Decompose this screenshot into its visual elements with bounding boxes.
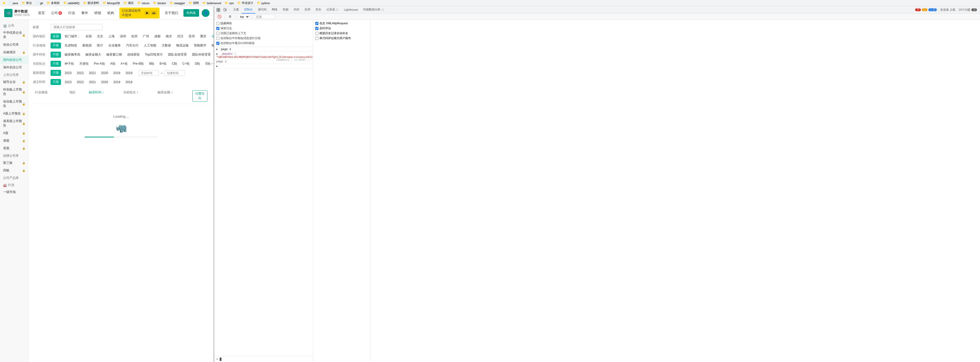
invest-2021[interactable]: 2021 <box>87 70 97 76</box>
feature-active-tag[interactable]: 不限 <box>51 52 61 57</box>
sidebar-item-ashare-notice[interactable]: A股上市预告 🔒 <box>0 110 29 117</box>
dt-tab-lighthouse[interactable]: Lighthouse <box>341 6 361 14</box>
round-seed[interactable]: 种子轮 <box>63 61 76 67</box>
invest-active-tag[interactable]: 不限 <box>51 70 61 76</box>
check-autocomplete-input[interactable] <box>315 32 318 35</box>
sidebar-item-domestic[interactable]: 国内创业公司 <box>0 56 29 64</box>
found-2022[interactable]: 2022 <box>75 80 86 85</box>
sidebar-item-fourboard[interactable]: 四板 🔒 <box>0 167 29 174</box>
sidebar-item-overseas[interactable]: 海外创业公司 <box>0 64 29 71</box>
sidebar-item-guidance[interactable]: 辅导企业 🔒 <box>0 78 29 86</box>
invest-2018[interactable]: 2018 <box>124 70 134 76</box>
ind-advanced[interactable]: 先进制造 <box>63 43 79 48</box>
nav-report[interactable]: 研报 <box>91 6 104 20</box>
th-amount[interactable]: 融资金额 ↕ <box>156 90 190 102</box>
bookmark-nacos[interactable]: 📁 nacos <box>136 1 150 5</box>
round-c[interactable]: C轮 <box>170 61 179 67</box>
region-hangzhou[interactable]: 杭州 <box>130 33 139 39</box>
region-wuhan[interactable]: 武汉 <box>176 33 185 39</box>
bookmark-git[interactable]: 📄 git <box>34 1 44 5</box>
check-hide-network-input[interactable] <box>216 22 220 25</box>
bookmark-interview[interactable]: 📁 面试资料 <box>82 0 100 5</box>
ind-bizservice[interactable]: 企业服务 <box>107 43 123 48</box>
feat-window[interactable]: 融资窗口期 <box>105 52 124 57</box>
ind-ai[interactable]: 人工智能 <box>142 43 158 48</box>
round-active-tag[interactable]: 不限 <box>51 61 61 67</box>
round-aplus[interactable]: A+轮 <box>119 61 129 67</box>
nav-company[interactable]: 公司 8 <box>48 6 65 20</box>
sidebar-item-startup[interactable]: 创业公司库 <box>0 41 29 48</box>
expand-arrow-2[interactable]: ▶ <box>216 53 218 56</box>
version-button[interactable]: 机构版 <box>183 9 199 17</box>
region-allcities[interactable]: 全部城市 <box>210 33 214 39</box>
dt-tab-memory[interactable]: 内存 <box>291 6 302 14</box>
console-level-select[interactable]: top <box>238 14 250 19</box>
sidebar-item-usshare[interactable]: 美股 🔒 <box>0 145 29 152</box>
ind-energy[interactable]: 新能源 <box>81 43 93 48</box>
th-industry[interactable]: 行业领域 <box>33 90 67 102</box>
console-settings-btn[interactable]: ⚙ <box>227 14 233 20</box>
dt-tab-performance[interactable]: 性能 <box>280 6 291 14</box>
dt-tab-network[interactable]: 网络 <box>269 6 280 14</box>
found-2018[interactable]: 2018 <box>124 80 134 85</box>
tag-input[interactable] <box>51 24 103 30</box>
check-user-gesture-input[interactable] <box>315 37 318 40</box>
invest-2020[interactable]: 2020 <box>100 70 110 76</box>
found-2021[interactable]: 2021 <box>87 80 97 85</box>
feat-amount[interactable]: 融资金额大 <box>84 52 103 57</box>
export-button[interactable]: 付费导出 <box>192 90 207 102</box>
check-selected-context-input[interactable] <box>216 32 220 35</box>
bookmark-docker[interactable]: 📁 docker <box>152 1 167 5</box>
feat-school[interactable]: 团队名校背景 <box>167 52 188 57</box>
check-eager-eval-input[interactable] <box>315 27 318 30</box>
ind-logistics[interactable]: 物流运输 <box>175 43 190 48</box>
region-all2[interactable]: 全国 <box>84 33 93 39</box>
region-nanjing[interactable]: 南京 <box>164 33 173 39</box>
check-cors-errors-input[interactable] <box>216 42 220 45</box>
bookmark-betterwood[interactable]: 📁 betterwood <box>201 1 222 5</box>
region-shanghai[interactable]: 上海 <box>107 33 116 39</box>
dt-tab-recorder[interactable]: 记录器 △ <box>324 6 341 14</box>
bookmark-rabbit[interactable]: 📁 rabbitMQ <box>62 1 81 5</box>
nav-home[interactable]: 首页 <box>35 6 48 20</box>
th-region[interactable]: 地区 <box>67 90 86 102</box>
sidebar-item-primary-market[interactable]: 一级市场 <box>0 188 29 196</box>
round-d[interactable]: D轮 <box>193 61 202 67</box>
devtools-inspect-btn[interactable] <box>215 7 221 13</box>
sidebar-item-neeq[interactable]: 新三板 🔒 <box>0 159 29 167</box>
invest-2023[interactable]: 2023 <box>63 70 73 76</box>
th-round[interactable]: 当前轮次 ↕ <box>121 90 156 102</box>
feat-continue[interactable]: 连续获投 <box>126 52 141 57</box>
found-2019[interactable]: 2019 <box>112 80 122 85</box>
nav-institution[interactable]: 机构 <box>104 6 117 20</box>
sidebar-item-funding[interactable]: 在融项目 🔒 <box>0 48 29 56</box>
found-2020[interactable]: 2020 <box>100 80 110 85</box>
round-e-ipo[interactable]: E轮～Pre-IPO <box>204 61 214 67</box>
feat-research[interactable]: 团队科研背景 <box>191 52 212 57</box>
debug-play-btn[interactable]: ▶ <box>145 11 150 15</box>
ind-bigdata[interactable]: 大数据 <box>160 43 172 48</box>
ind-auto[interactable]: 汽车出行 <box>124 43 140 48</box>
console-filter-input[interactable] <box>254 14 275 19</box>
region-shenzhen[interactable]: 深圳 <box>118 33 128 39</box>
check-preserve-log-input[interactable] <box>216 27 220 30</box>
ind-iot[interactable]: 物联网 <box>210 43 214 48</box>
expand-arrow-1[interactable]: ▶ <box>216 48 218 51</box>
bookmark-project[interactable]: 📁 项目 <box>123 0 135 5</box>
region-active-tag[interactable]: 全国 <box>51 33 61 39</box>
feat-top20[interactable]: Top20投资方 <box>143 52 164 57</box>
dt-tab-application[interactable]: 应用 <box>302 6 313 14</box>
dt-tab-sources[interactable]: 源代码 <box>255 6 269 14</box>
industry-active-tag[interactable]: 不限 <box>51 43 61 48</box>
check-group-similar-input[interactable] <box>216 37 220 40</box>
round-preb[interactable]: Pre-B轮 <box>131 61 146 67</box>
prompt-cursor[interactable] <box>220 357 221 361</box>
round-cplus[interactable]: C+轮 <box>181 61 191 67</box>
expand-arrow-3[interactable]: ▶ <box>216 65 218 68</box>
nav-about[interactable]: 关于我们 <box>162 11 181 15</box>
feat-freq[interactable]: 融资频率高 <box>63 52 82 57</box>
region-chengdu[interactable]: 成都 <box>153 33 162 39</box>
bookmark-java[interactable]: 📄 java <box>7 1 19 5</box>
bookmark-recruit[interactable]: 📁 招聘 <box>188 0 200 5</box>
nav-industry[interactable]: 行业 <box>65 6 78 20</box>
